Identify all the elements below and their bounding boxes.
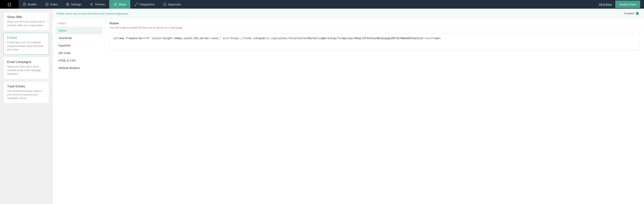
embed-code-box[interactable]: <iframe frameborder="0" style="height:50…	[110, 33, 640, 50]
card-desc: Embed your form on a website using the e…	[7, 41, 46, 52]
enabled-toggle[interactable]: Enabled	[622, 11, 640, 16]
tab-label: Integrations	[140, 3, 154, 6]
subnav-item-hyperlink[interactable]: Hyperlink	[56, 42, 102, 49]
toggle-dot-icon	[636, 12, 639, 15]
subnav-header: EMBED	[56, 22, 102, 27]
sidebar-card-track-entries[interactable]: Track Entries Use advanced tracking code…	[4, 81, 49, 104]
card-title: Email Campaigns	[7, 60, 46, 64]
integrations-icon	[134, 3, 138, 6]
subnav-item-website-builders[interactable]: Website Builders	[56, 64, 102, 72]
subnav-item-javascript[interactable]: JavaScript	[56, 34, 102, 42]
public-access-banner: Public users can access this form and su…	[53, 9, 644, 19]
tab-integrations[interactable]: Integrations	[130, 0, 159, 9]
subnav-item-iframe[interactable]: iframe	[56, 27, 102, 34]
subnav-item-htmlcss[interactable]: HTML & CSS	[56, 57, 102, 64]
home-icon	[7, 2, 12, 7]
detail-panel: iframe Use this code to embed the form a…	[106, 19, 644, 204]
tab-label: Settings	[71, 3, 81, 6]
sidebar-card-share-with[interactable]: Share With Share your form as a public l…	[4, 12, 49, 31]
svg-rect-6	[164, 3, 166, 6]
builder-icon	[23, 3, 26, 6]
content: EMBED iframe JavaScript Hyperlink QR Cod…	[53, 19, 644, 204]
tab-approvals[interactable]: Approvals	[159, 0, 185, 9]
sidebar-left: Share With Share your form as a public l…	[0, 9, 53, 204]
tab-rules[interactable]: Rules	[41, 0, 62, 9]
card-desc: Share your form as a public link or priv…	[7, 20, 46, 27]
card-desc: Use advanced tracking codes in your form…	[7, 89, 46, 100]
approvals-icon	[163, 3, 166, 6]
all-entries-link[interactable]: All Entries	[599, 3, 612, 6]
banner-text: Public users can access this form and su…	[56, 12, 129, 15]
detail-title: iframe	[110, 22, 640, 25]
main: Public users can access this form and su…	[53, 9, 644, 204]
tab-label: Rules	[50, 3, 58, 6]
tab-label: Share	[118, 3, 126, 6]
themes-icon	[90, 3, 93, 6]
svg-point-4	[114, 4, 115, 5]
tab-label: Approvals	[168, 3, 181, 6]
rules-icon	[45, 3, 49, 6]
sidebar-card-email-campaigns[interactable]: Email Campaigns Share your form with a l…	[4, 57, 49, 79]
top-nav-tabs: Builder Rules Settings Themes Share	[18, 0, 599, 9]
home-button[interactable]	[0, 0, 18, 9]
subnav-item-qrcode[interactable]: QR Code	[56, 49, 102, 57]
detail-subtitle: Use this code to embed the form as an if…	[110, 26, 640, 29]
toggle-label: Enabled	[624, 12, 634, 15]
svg-point-3	[116, 3, 117, 4]
embed-subnav: EMBED iframe JavaScript Hyperlink QR Cod…	[53, 19, 106, 204]
sidebar-card-embed[interactable]: Embed Embed your form on a website using…	[4, 33, 49, 55]
top-nav: Builder Rules Settings Themes Share	[0, 0, 644, 9]
tab-share[interactable]: Share	[109, 0, 130, 9]
gear-icon	[66, 3, 70, 6]
tab-label: Themes	[95, 3, 105, 6]
svg-point-5	[116, 5, 117, 6]
tab-label: Builder	[28, 3, 37, 6]
card-title: Embed	[7, 36, 46, 40]
card-title: Track Entries	[7, 85, 46, 88]
tab-builder[interactable]: Builder	[18, 0, 41, 9]
layout: Share With Share your form as a public l…	[0, 9, 644, 204]
tab-themes[interactable]: Themes	[86, 0, 109, 9]
tab-settings[interactable]: Settings	[62, 0, 86, 9]
svg-rect-0	[24, 3, 26, 6]
share-icon	[114, 3, 117, 6]
card-desc: Share your form with a list of contacts …	[7, 65, 46, 76]
access-form-button[interactable]: Access Form	[615, 1, 640, 8]
card-title: Share With	[7, 15, 46, 19]
top-nav-right: All Entries Access Form	[599, 0, 644, 9]
svg-point-2	[67, 4, 68, 5]
